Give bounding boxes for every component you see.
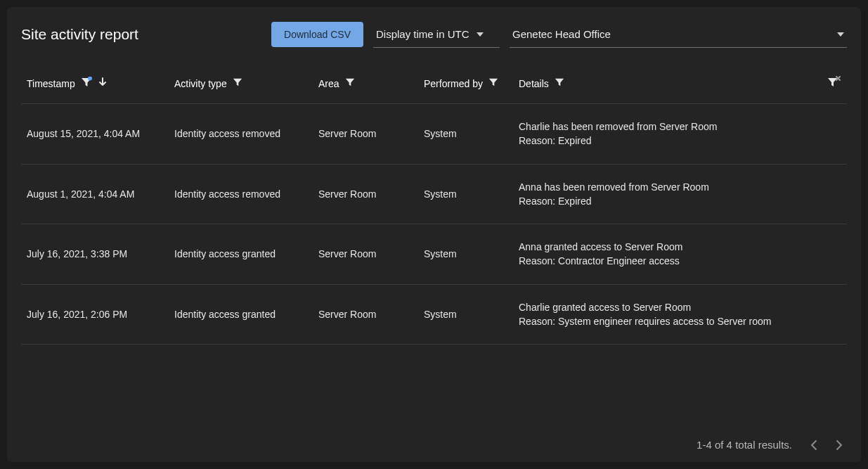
cell-timestamp: July 16, 2021, 2:06 PM: [21, 284, 169, 345]
filter-icon[interactable]: [555, 77, 564, 89]
cell-performed-by: System: [418, 104, 513, 165]
details-line: Reason: Contractor Engineer access: [519, 254, 841, 268]
details-line: Reason: System engineer requires access …: [519, 314, 841, 328]
site-label: Genetec Head Office: [512, 28, 611, 40]
download-csv-button[interactable]: Download CSV: [271, 22, 363, 47]
cell-activity-type: Identity access granted: [169, 224, 313, 285]
cell-area: Server Room: [313, 164, 418, 224]
column-performed-by-label: Performed by: [424, 78, 483, 89]
cell-area: Server Room: [313, 284, 418, 345]
filter-icon[interactable]: [488, 77, 498, 89]
filter-icon[interactable]: [81, 77, 92, 90]
table-row: August 15, 2021, 4:04 AM Identity access…: [21, 104, 847, 165]
table-row: July 16, 2021, 2:06 PM Identity access g…: [21, 284, 847, 345]
column-area-label: Area: [318, 78, 339, 89]
clear-filters-icon[interactable]: [827, 76, 841, 91]
cell-timestamp: July 16, 2021, 3:38 PM: [21, 224, 169, 285]
details-line: Anna has been removed from Server Room: [519, 180, 841, 194]
cell-activity-type: Identity access removed: [169, 164, 313, 224]
site-dropdown[interactable]: Genetec Head Office: [510, 21, 847, 48]
details-line: Charlie has been removed from Server Roo…: [519, 120, 841, 134]
column-details-label: Details: [519, 78, 549, 89]
cell-performed-by: System: [418, 224, 513, 285]
filter-icon[interactable]: [233, 77, 242, 89]
table-row: July 16, 2021, 3:38 PM Identity access g…: [21, 224, 847, 285]
next-page-button[interactable]: [836, 439, 843, 451]
caret-down-icon: [837, 32, 844, 37]
page-title: Site activity report: [21, 26, 138, 43]
details-line: Reason: Expired: [519, 134, 841, 148]
cell-details: Anna has been removed from Server Room R…: [513, 164, 847, 224]
cell-area: Server Room: [313, 224, 418, 285]
filter-icon[interactable]: [345, 77, 355, 89]
cell-details: Anna granted access to Server Room Reaso…: [513, 224, 847, 285]
sort-descending-icon[interactable]: [98, 77, 108, 90]
details-line: Reason: Expired: [519, 194, 841, 208]
table-row: August 1, 2021, 4:04 AM Identity access …: [21, 164, 847, 224]
cell-area: Server Room: [313, 104, 418, 165]
timezone-dropdown[interactable]: Display time in UTC: [373, 21, 500, 48]
cell-timestamp: August 1, 2021, 4:04 AM: [21, 164, 169, 224]
prev-page-button[interactable]: [810, 439, 817, 451]
cell-performed-by: System: [418, 284, 513, 345]
details-line: Charlie granted access to Server Room: [519, 300, 841, 314]
cell-details: Charlie has been removed from Server Roo…: [513, 104, 847, 165]
column-activity-type-label: Activity type: [174, 78, 227, 89]
activity-report-panel: Site activity report Download CSV Displa…: [7, 7, 861, 462]
cell-details: Charlie granted access to Server Room Re…: [513, 284, 847, 345]
timezone-label: Display time in UTC: [376, 28, 469, 40]
cell-timestamp: August 15, 2021, 4:04 AM: [21, 104, 169, 165]
results-count-text: 1-4 of 4 total results.: [697, 439, 792, 451]
caret-down-icon: [477, 32, 484, 37]
cell-activity-type: Identity access granted: [169, 284, 313, 345]
header-bar: Site activity report Download CSV Displa…: [21, 21, 847, 48]
table-header-row: Timestamp Activity type: [21, 69, 847, 104]
cell-performed-by: System: [418, 164, 513, 224]
cell-activity-type: Identity access removed: [169, 104, 313, 165]
details-line: Anna granted access to Server Room: [519, 240, 841, 254]
column-timestamp-label: Timestamp: [27, 78, 75, 89]
activity-table: Timestamp Activity type: [21, 69, 847, 345]
pagination-footer: 1-4 of 4 total results.: [21, 439, 847, 454]
